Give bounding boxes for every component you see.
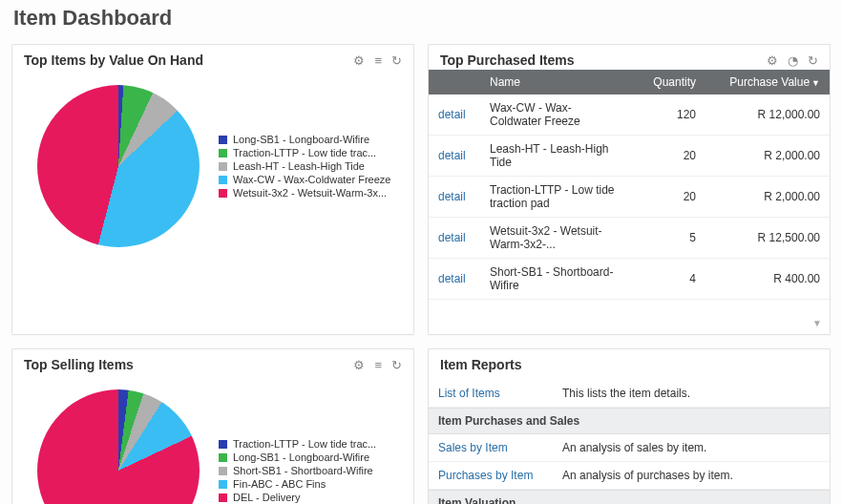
legend-label: DEL - Delivery [233, 492, 301, 503]
cell-name: Short-SB1 - Shortboard-Wifire [480, 259, 629, 300]
report-row: Purchases by ItemAn analysis of purchase… [429, 462, 830, 490]
report-description: An analysis of purchases by item. [562, 469, 733, 482]
legend-label: Fin-ABC - ABC Fins [233, 478, 326, 490]
report-description: This lists the item details. [562, 387, 690, 400]
detail-link[interactable]: detail [438, 272, 466, 285]
report-row: List of ItemsThis lists the item details… [429, 380, 830, 408]
cell-purchase-value: R 2,000.00 [705, 177, 830, 218]
legend-label: Traction-LTTP - Low tide trac... [233, 147, 376, 158]
page-title: Item Dashboard [13, 6, 831, 31]
cell-quantity: 20 [629, 177, 705, 218]
legend-label: Short-SB1 - Shortboard-Wifire [233, 465, 373, 476]
cell-name: Wax-CW - Wax-Coldwater Freeze [480, 94, 629, 136]
legend-label: Long-SB1 - Longboard-Wifire [233, 452, 369, 463]
refresh-icon[interactable] [391, 54, 402, 67]
legend-label: Wetsuit-3x2 - Wetsuit-Warm-3x... [233, 187, 387, 199]
legend-item: Long-SB1 - Longboard-Wifire [219, 452, 376, 463]
cell-purchase-value: R 400.00 [705, 259, 830, 300]
cell-name: Traction-LTTP - Low tide traction pad [480, 177, 629, 218]
legend-label: Long-SB1 - Longboard-Wifire [233, 134, 369, 145]
detail-link[interactable]: detail [438, 149, 466, 162]
legend-item: Short-SB1 - Shortboard-Wifire [219, 465, 376, 476]
legend-label: Leash-HT - Leash-High Tide [233, 160, 365, 172]
panel-title: Top Selling Items [24, 357, 134, 372]
detail-link[interactable]: detail [438, 190, 466, 203]
legend-item: Wetsuit-3x2 - Wetsuit-Warm-3x... [219, 187, 390, 199]
col-quantity[interactable]: Quantity [629, 70, 705, 94]
legend-item: Wax-CW - Wax-Coldwater Freeze [219, 174, 390, 185]
table-row: detailTraction-LTTP - Low tide traction … [429, 177, 830, 218]
panel-title: Top Items by Value On Hand [24, 52, 203, 68]
report-link[interactable]: Sales by Item [438, 441, 508, 454]
legend-swatch [219, 136, 227, 144]
report-description: An analysis of sales by item. [562, 441, 706, 454]
legend-swatch [219, 440, 227, 449]
legend-swatch [219, 176, 227, 184]
pie-chart-top-selling [37, 389, 200, 504]
legend-item: Fin-ABC - ABC Fins [219, 478, 376, 490]
legend-swatch [219, 162, 227, 171]
cell-purchase-value: R 12,000.00 [705, 94, 830, 136]
legend-swatch [219, 480, 227, 489]
legend-label: Traction-LTTP - Low tide trac... [233, 438, 376, 450]
cell-quantity: 120 [629, 94, 705, 136]
table-row: detailLeash-HT - Leash-High Tide20R 2,00… [429, 136, 830, 177]
legend-item: Traction-LTTP - Low tide trac... [219, 438, 376, 450]
legend-swatch [219, 494, 227, 502]
clock-icon[interactable] [788, 54, 798, 67]
panel-title: Item Reports [440, 357, 522, 372]
detail-link[interactable]: detail [438, 231, 466, 244]
panel-title: Top Purchased Items [440, 52, 575, 68]
scroll-down-icon[interactable]: ▼ [812, 318, 822, 328]
cell-quantity: 5 [629, 218, 705, 259]
legend-item: DEL - Delivery [219, 492, 376, 503]
legend-swatch [219, 453, 227, 462]
chart-legend: Traction-LTTP - Low tide trac...Long-SB1… [219, 436, 376, 504]
report-link[interactable]: Purchases by Item [438, 469, 533, 482]
panel-top-items-by-value: Top Items by Value On Hand Long-SB1 - Lo… [11, 44, 414, 335]
table-row: detailWax-CW - Wax-Coldwater Freeze120R … [429, 94, 830, 136]
sort-desc-icon: ▼ [811, 78, 820, 88]
table-row: detailShort-SB1 - Shortboard-Wifire4R 40… [429, 259, 830, 300]
pie-chart-value-on-hand [37, 85, 200, 247]
panel-top-purchased-items: Top Purchased Items Name Quantity Purcha… [428, 44, 831, 335]
report-link[interactable]: List of Items [438, 387, 500, 400]
cell-purchase-value: R 12,500.00 [705, 218, 830, 259]
panel-top-selling-items: Top Selling Items Traction-LTTP - Low ti… [11, 348, 414, 504]
detail-link[interactable]: detail [438, 108, 466, 121]
cell-purchase-value: R 2,000.00 [705, 136, 830, 177]
cell-quantity: 4 [629, 259, 705, 300]
legend-swatch [219, 467, 227, 475]
legend-swatch [219, 149, 227, 158]
purchased-items-table: Name Quantity Purchase Value▼ detailWax-… [429, 70, 830, 300]
legend-item: Leash-HT - Leash-High Tide [219, 160, 390, 172]
legend-item: Long-SB1 - Longboard-Wifire [219, 134, 390, 145]
gear-icon[interactable] [767, 54, 778, 67]
legend-swatch [219, 189, 227, 198]
panel-item-reports: Item Reports List of ItemsThis lists the… [428, 348, 831, 504]
gear-icon[interactable] [353, 54, 365, 67]
col-name[interactable]: Name [480, 70, 629, 94]
legend-label: Wax-CW - Wax-Coldwater Freeze [233, 174, 390, 185]
refresh-icon[interactable] [391, 359, 402, 371]
cell-name: Leash-HT - Leash-High Tide [480, 136, 629, 177]
refresh-icon[interactable] [808, 54, 818, 67]
cell-quantity: 20 [629, 136, 705, 177]
legend-item: Traction-LTTP - Low tide trac... [219, 147, 390, 158]
report-section-heading: Item Valuation [429, 490, 830, 504]
col-purchase-value[interactable]: Purchase Value▼ [705, 70, 830, 94]
report-row: Sales by ItemAn analysis of sales by ite… [429, 434, 830, 462]
gear-icon[interactable] [353, 359, 365, 371]
cell-name: Wetsuit-3x2 - Wetsuit-Warm-3x2-... [480, 218, 629, 259]
report-section-heading: Item Purchases and Sales [429, 408, 830, 434]
list-icon[interactable] [374, 54, 382, 67]
table-row: detailWetsuit-3x2 - Wetsuit-Warm-3x2-...… [429, 218, 830, 259]
chart-legend: Long-SB1 - Longboard-WifireTraction-LTTP… [219, 132, 390, 200]
list-icon[interactable] [374, 359, 382, 371]
